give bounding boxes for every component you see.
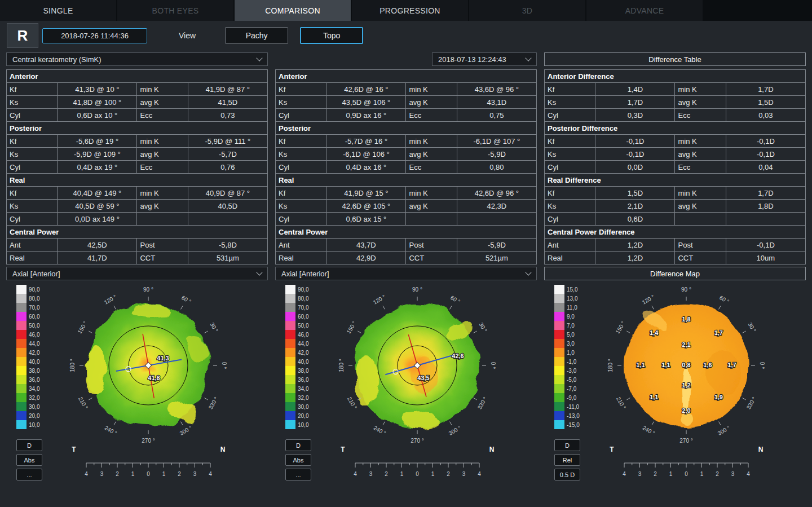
angle-label: 60 ° [180, 294, 192, 305]
scale-swatch [554, 402, 564, 411]
table-label [675, 213, 726, 226]
scale-swatch [554, 384, 564, 393]
map-option-button-0-5-d[interactable]: 0.5 D [554, 469, 580, 480]
angle-label: 330 ° [476, 396, 488, 411]
scale-swatch [16, 375, 27, 384]
table-value: 0,80 [457, 161, 536, 174]
nasal-label: N [489, 446, 495, 453]
scale-row: 3,0 [554, 339, 580, 348]
scale-row: 90,0 [285, 285, 308, 294]
ruler-label: 3 [193, 471, 197, 477]
map-display-selector-previous[interactable]: Axial [Anterior] [275, 267, 537, 280]
eye-toggle-button[interactable]: R [7, 23, 38, 48]
scale-value-label: 46,0 [29, 332, 39, 338]
ruler-label: 3 [638, 471, 642, 477]
map-option-button-abs[interactable]: Abs [285, 454, 311, 466]
angle-label: 150 ° [346, 320, 358, 335]
map-column-current: Axial [Anterior] 90,080,070,060,050,046,… [6, 267, 268, 482]
map-value-flat: 42,6 [452, 352, 464, 359]
scale-row: 36,0 [285, 375, 308, 384]
scale-row: 42,0 [16, 348, 39, 357]
map-option-button-d[interactable]: D [285, 439, 311, 451]
color-scale-difference: 15,013,011,09,07,05,03,01,0-1,0-3,0-5,0-… [554, 285, 580, 429]
map-option-button-more[interactable]: ... [16, 469, 42, 480]
keratometry-table-current: AnteriorKf41,3D @ 10 °min K41,9D @ 87 °K… [6, 69, 268, 264]
scale-swatch [16, 330, 27, 339]
selector-value: Axial [Anterior] [12, 270, 60, 278]
toolbar: R 2018-07-26 11:44:36 View Pachy Topo [0, 21, 812, 50]
table-section-row: Anterior [7, 70, 268, 83]
axial-map-previous[interactable]: 0 °30 °60 °90 °120 °150 °180 °210 °240 °… [316, 284, 530, 460]
table-row: Ks42,6D @ 105 °avg K42,3D [276, 200, 537, 213]
nasal-label: N [758, 446, 764, 453]
table-label: Kf [7, 135, 58, 148]
table-label: Ks [276, 200, 326, 213]
scale-value-label: 20,0 [298, 413, 308, 419]
scale-value-label: 50,0 [298, 323, 308, 329]
ruler-label: 1 [669, 471, 673, 477]
table-label: min K [137, 83, 188, 96]
map-display-selector-current[interactable]: Axial [Anterior] [6, 267, 268, 280]
table-value: 41,9D @ 87 ° [188, 83, 267, 96]
scale-swatch [285, 402, 295, 411]
tab-progression[interactable]: PROGRESSION [352, 0, 468, 21]
angle-label: 90 ° [143, 286, 153, 293]
tab-single[interactable]: SINGLE [0, 0, 116, 21]
exam-date-field[interactable]: 2018-07-26 11:44:36 [42, 28, 147, 43]
table-value: 42,6D @ 96 ° [457, 187, 536, 200]
chevron-down-icon [525, 269, 531, 275]
table-row: Kf42,6D @ 16 °min K43,6D @ 96 ° [276, 83, 537, 96]
difference-map[interactable]: 0 °30 °60 °90 °120 °150 °180 °210 °240 °… [585, 284, 799, 460]
table-row: Ks-0,1Davg K-0,1D [545, 148, 806, 161]
difference-value: 1,7 [727, 361, 736, 368]
table-label: Post [406, 239, 457, 252]
map-option-button-more[interactable]: ... [285, 469, 311, 480]
axial-map-current[interactable]: 0 °30 °60 °90 °120 °150 °180 °210 °240 °… [47, 284, 261, 460]
table-row: Ks40,5D @ 59 °avg K40,5D [7, 200, 268, 213]
tables-area: Central keratometry (SimK) AnteriorKf41,… [0, 50, 812, 264]
ruler-label: 1 [431, 471, 435, 477]
map-value-flat: 41,3 [157, 355, 169, 361]
angle-label: 120 ° [372, 294, 387, 306]
scale-value-label: 9,0 [567, 314, 575, 320]
tab-advance: ADVANCE [586, 0, 703, 21]
scale-swatch [554, 375, 564, 384]
table-value: 521µm [457, 252, 536, 264]
table-label: CCT [675, 252, 726, 264]
difference-value: 1,6 [703, 361, 712, 368]
scale-row: 30,0 [285, 402, 308, 411]
scale-row: 44,0 [16, 339, 39, 348]
table-label: min K [137, 135, 188, 148]
scale-row: 15,0 [554, 285, 580, 294]
angle-label: 60 ° [449, 294, 461, 305]
map-option-button-abs[interactable]: Abs [16, 454, 42, 466]
scale-value-label: 3,0 [567, 341, 575, 347]
scale-value-label: 10,0 [29, 422, 39, 428]
table-row: Cyl0,6D [545, 213, 806, 226]
map-option-button-d[interactable]: D [16, 439, 42, 451]
table-label: avg K [406, 148, 457, 161]
nasal-label: N [220, 446, 226, 453]
scale-swatch [16, 384, 27, 393]
tab-comparison[interactable]: COMPARISON [235, 0, 351, 21]
keratometry-view-selector[interactable]: Central keratometry (SimK) [6, 52, 268, 66]
table-value: 531µm [188, 252, 267, 264]
scale-swatch [16, 420, 27, 429]
table-value: 42,3D [457, 200, 536, 213]
scale-row: 38,0 [285, 366, 308, 375]
scale-row: 20,0 [16, 411, 39, 420]
temporal-label: T [610, 446, 614, 453]
comparison-exam-selector[interactable]: 2018-07-13 12:24:43 [432, 52, 537, 66]
pachy-button[interactable]: Pachy [225, 27, 288, 44]
scale-row: 13,0 [554, 294, 580, 303]
map-option-button-rel[interactable]: Rel [554, 454, 580, 466]
scale-row: 50,0 [285, 321, 308, 330]
table-value: 41,9D @ 15 ° [326, 187, 406, 200]
topo-button[interactable]: Topo [300, 27, 363, 44]
map-option-button-d[interactable]: D [554, 439, 580, 451]
scale-swatch [285, 411, 295, 420]
scale-swatch [554, 357, 564, 366]
difference-value: 2,1 [682, 341, 690, 348]
table-label [137, 213, 188, 226]
angle-label: 180 ° [607, 359, 614, 372]
